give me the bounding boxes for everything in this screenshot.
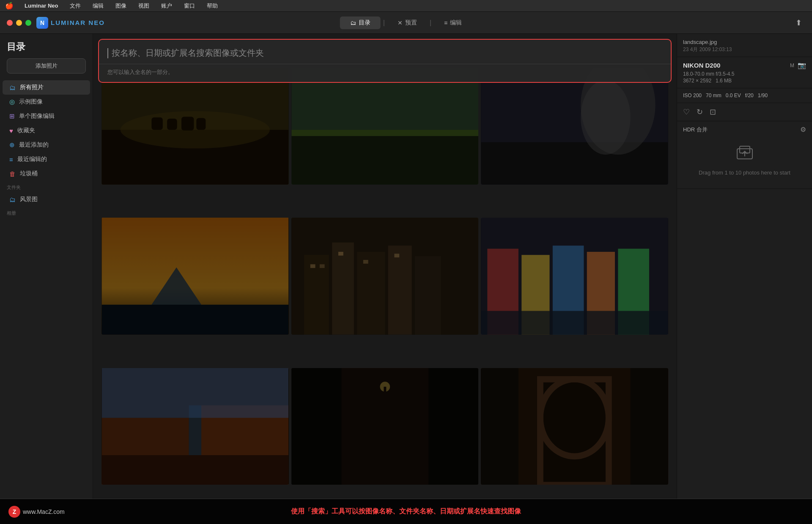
bottom-logo: Z www.MacZ.com [8,506,65,518]
menubar: 🍎 Luminar Neo 文件 编辑 图像 视图 账户 窗口 帮助 [0,0,812,12]
menubar-file[interactable]: 文件 [67,1,83,11]
tab-catalog[interactable]: 🗂 目录 [340,16,381,29]
share-button[interactable]: ⬆ [792,16,805,29]
right-panel: landscape.jpg 23 4月 2009 12:03:13 NIKON … [677,34,812,524]
apple-menu-icon[interactable]: 🍎 [5,2,14,10]
menubar-help[interactable]: 帮助 [204,1,220,11]
sidebar-item-favorites[interactable]: ♥ 收藏夹 [3,123,90,138]
app-logo: N LUMINAR NEO [36,17,105,29]
menubar-image[interactable]: 图像 [113,1,129,11]
tab-divider-1: | [381,19,387,27]
macz-logo: Z [8,506,20,518]
hdr-section-title: HDR 合并 ⚙ [683,126,806,134]
tab-edit[interactable]: ≡ 编辑 [434,16,472,29]
menubar-view[interactable]: 视图 [136,1,152,11]
bottom-annotation-text: 使用「搜索」工具可以按图像名称、文件夹名称、日期或扩展名快速查找图像 [291,507,521,516]
photo-cell[interactable] [291,368,479,485]
search-overlay: 按名称、日期或扩展名搜索图像或文件夹 您可以输入全名的一部分。 [98,39,672,83]
search-placeholder-text: 按名称、日期或扩展名搜索图像或文件夹 [112,47,264,59]
camera-icon: 📷 [798,61,806,69]
single-edit-icon: ⊞ [9,112,15,120]
edit-tab-icon: ≡ [444,19,447,26]
all-photos-icon: 🗂 [9,84,16,91]
hdr-drop-text: Drag from 1 to 10 photos here to start [699,169,790,176]
rotate-button[interactable]: ↻ [697,107,703,117]
crop-button[interactable]: ⊡ [710,107,716,117]
hdr-drop-area[interactable]: Drag from 1 to 10 photos here to start [683,137,806,184]
catalog-tab-icon: 🗂 [350,19,356,26]
photo-cell[interactable] [102,68,289,185]
panel-lens: 18.0-70.0 mm f/3.5-4.5 [683,71,806,77]
exif-focal: 70 mm [706,93,721,98]
menubar-edit[interactable]: 编辑 [90,1,106,11]
sample-images-icon: ◎ [9,98,15,106]
menubar-app-name[interactable]: Luminar Neo [22,2,60,10]
main-layout: 目录 添加照片 🗂 所有照片 ◎ 示例图像 ⊞ 单个图像编辑 ♥ 收藏夹 ⊕ 最… [0,34,812,524]
sidebar-item-single-edit[interactable]: ⊞ 单个图像编辑 [3,109,90,123]
sidebar-item-landscapes[interactable]: 🗂 风景图 [3,192,90,207]
sidebar-item-recently-added[interactable]: ⊕ 最近添加的 [3,138,90,152]
landscapes-folder-icon: 🗂 [9,196,16,203]
folders-section-label: 文件夹 [0,181,93,192]
sidebar-item-sample-images[interactable]: ◎ 示例图像 [3,95,90,109]
photo-cell[interactable] [481,368,668,485]
panel-resolution: 3672 × 2592 1.6 MB [683,78,806,84]
sidebar: 目录 添加照片 🗂 所有照片 ◎ 示例图像 ⊞ 单个图像编辑 ♥ 收藏夹 ⊕ 最… [0,34,93,524]
logo-icon: N [36,17,48,29]
search-cursor [107,48,108,58]
panel-date: 23 4月 2009 12:03:13 [683,46,806,53]
photo-cell[interactable] [291,218,479,335]
minimize-button[interactable] [16,20,22,26]
website-url: www.MacZ.com [23,508,65,515]
photo-cell[interactable] [291,68,479,185]
photo-cell[interactable] [102,218,289,335]
albums-section-label: 相册 [0,207,93,218]
recently-added-icon: ⊕ [9,141,15,149]
hdr-upload-icon [736,145,753,164]
menubar-account[interactable]: 账户 [159,1,175,11]
search-box[interactable]: 按名称、日期或扩展名搜索图像或文件夹 [99,40,671,64]
trash-icon: 🗑 [9,170,16,177]
exif-iso: ISO 200 [683,93,702,98]
titlebar: N LUMINAR NEO 🗂 目录 | ✕ 预置 | ≡ 编辑 ⬆ [0,12,812,34]
panel-camera-info: NIKON D200 M 📷 18.0-70.0 mm f/3.5-4.5 36… [677,57,812,88]
hdr-settings-icon[interactable]: ⚙ [800,126,806,134]
titlebar-tabs: 🗂 目录 | ✕ 预置 | ≡ 编辑 [340,16,472,29]
favorites-icon: ♥ [9,127,13,134]
panel-header: landscape.jpg 23 4月 2009 12:03:13 [677,34,812,57]
menubar-window[interactable]: 窗口 [181,1,198,11]
photo-cell[interactable] [481,68,668,185]
sidebar-item-all-photos[interactable]: 🗂 所有照片 [3,80,90,95]
panel-filename: landscape.jpg [683,39,806,45]
photo-cell[interactable] [481,218,668,335]
panel-camera-model: NIKON D200 M 📷 [683,61,806,69]
exif-shutter: 1/90 [758,93,768,98]
panel-exif: ISO 200 70 mm 0.0 EV f/20 1/90 [677,88,812,103]
sidebar-item-trash[interactable]: 🗑 垃圾桶 [3,166,90,181]
panel-actions: ♡ ↻ ⊡ [677,103,812,121]
photo-cell[interactable] [102,368,289,485]
favorite-button[interactable]: ♡ [683,107,690,117]
hdr-section: HDR 合并 ⚙ Drag from 1 to 10 photos here t… [677,121,812,189]
exif-ev: 0.0 EV [726,93,741,98]
sidebar-title: 目录 [0,39,93,58]
traffic-lights [7,20,31,26]
sidebar-item-recently-edited[interactable]: ≡ 最近编辑的 [3,152,90,166]
tab-divider-2: | [427,19,434,27]
tab-presets[interactable]: ✕ 预置 [387,16,427,29]
presets-tab-icon: ✕ [398,19,403,26]
recently-edited-icon: ≡ [9,156,13,163]
content-area: 按名称、日期或扩展名搜索图像或文件夹 您可以输入全名的一部分。 [93,34,677,524]
exif-aperture: f/20 [745,93,754,98]
maximize-button[interactable] [25,20,31,26]
bottom-bar: Z www.MacZ.com 使用「搜索」工具可以按图像名称、文件夹名称、日期或… [0,499,812,524]
photo-grid [93,34,677,524]
add-photos-button[interactable]: 添加照片 [7,58,86,74]
close-button[interactable] [7,20,13,26]
logo-text: LUMINAR NEO [51,19,105,26]
search-hint: 您可以输入全名的一部分。 [99,64,671,82]
